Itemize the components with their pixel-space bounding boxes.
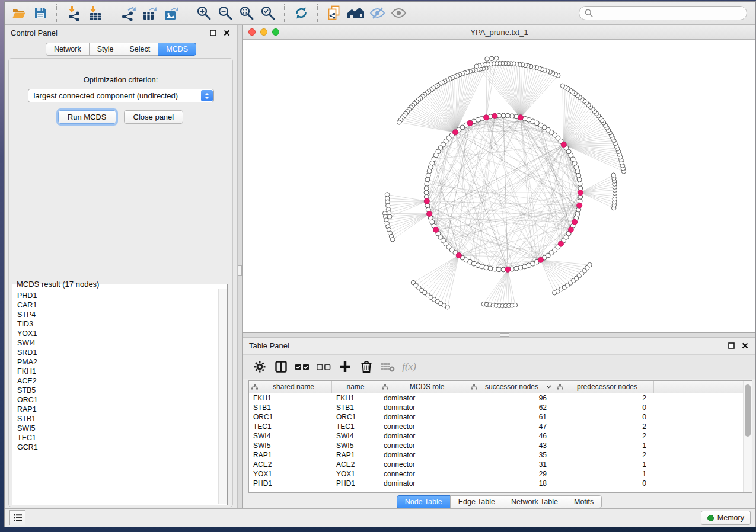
column-header-successor-nodes[interactable]: successor nodes — [468, 381, 554, 393]
search-input[interactable] — [596, 8, 741, 18]
show-columns-button[interactable] — [270, 357, 292, 376]
table-cell-successor-nodes[interactable]: 29 — [468, 470, 554, 478]
table-cell-predecessor-nodes[interactable]: 0 — [554, 413, 654, 421]
column-header-shared-name[interactable]: shared name — [249, 381, 332, 393]
hide-selected-button[interactable] — [366, 4, 388, 23]
run-mcds-button[interactable]: Run MCDS — [58, 110, 116, 124]
table-cell-shared-name[interactable]: ACE2 — [249, 460, 332, 469]
table-row[interactable]: YOX1YOX1connector291 — [249, 469, 752, 479]
table-cell-name[interactable]: TEC1 — [332, 422, 379, 431]
mcds-result-item[interactable]: SWI5 — [17, 424, 227, 433]
network-node-dominator[interactable] — [505, 267, 511, 272]
network-node[interactable] — [514, 266, 519, 271]
table-cell-name[interactable]: ACE2 — [332, 460, 379, 469]
table-cell-successor-nodes[interactable]: 46 — [468, 432, 554, 440]
mcds-result-item[interactable]: SWI4 — [17, 338, 227, 348]
mcds-list-scrollbar[interactable] — [218, 289, 227, 504]
import-table-button[interactable] — [84, 4, 106, 23]
table-cell-shared-name[interactable]: STB1 — [249, 403, 332, 412]
mcds-result-item[interactable]: STB5 — [17, 386, 227, 395]
duplicate-network-button[interactable] — [324, 4, 345, 23]
export-image-button[interactable] — [160, 4, 181, 23]
table-row[interactable]: FKH1FKH1dominator962 — [249, 393, 752, 403]
save-session-button[interactable] — [30, 4, 51, 23]
mcds-result-item[interactable]: TID3 — [17, 319, 227, 329]
export-network-button[interactable] — [117, 4, 139, 23]
optimization-criterion-dropdown[interactable]: largest connected component (undirected) — [28, 89, 214, 102]
table-cell-successor-nodes[interactable]: 18 — [468, 479, 554, 488]
table-cell-mcds-role[interactable]: dominator — [379, 451, 468, 459]
table-cell-predecessor-nodes[interactable]: 0 — [554, 403, 654, 412]
float-panel-button[interactable] — [208, 28, 218, 37]
network-node[interactable] — [425, 181, 429, 186]
open-file-button[interactable] — [8, 4, 30, 23]
network-graph[interactable] — [243, 40, 755, 332]
network-node-dominator[interactable] — [518, 115, 523, 120]
network-node[interactable] — [510, 114, 515, 118]
network-node[interactable] — [497, 267, 502, 272]
show-all-button[interactable] — [388, 4, 409, 23]
mcds-result-item[interactable]: STB1 — [17, 414, 227, 424]
network-node-dominator[interactable] — [433, 227, 439, 232]
tab-select[interactable]: Select — [122, 43, 159, 56]
network-node[interactable] — [577, 177, 582, 182]
select-all-button[interactable] — [292, 357, 313, 376]
network-node-dominator[interactable] — [452, 130, 458, 135]
network-node-dominator[interactable] — [568, 227, 573, 232]
table-cell-successor-nodes[interactable]: 35 — [468, 451, 554, 459]
table-cell-shared-name[interactable]: PHD1 — [249, 479, 332, 488]
table-cell-shared-name[interactable]: RAP1 — [249, 451, 332, 459]
table-cell-shared-name[interactable]: FKH1 — [249, 394, 332, 402]
zoom-out-button[interactable] — [215, 4, 236, 23]
network-node[interactable] — [424, 186, 429, 191]
import-network-button[interactable] — [63, 4, 84, 23]
network-node-dominator[interactable] — [577, 203, 582, 208]
table-cell-predecessor-nodes[interactable]: 2 — [554, 394, 654, 402]
table-cell-successor-nodes[interactable]: 43 — [468, 441, 554, 450]
table-row[interactable]: STB1STB1dominator620 — [249, 403, 752, 412]
table-cell-predecessor-nodes[interactable]: 1 — [554, 470, 654, 478]
table-cell-mcds-role[interactable]: dominator — [379, 403, 468, 412]
network-node[interactable] — [424, 190, 429, 195]
network-node-dominator[interactable] — [467, 120, 473, 126]
horizontal-splitter[interactable] — [243, 332, 755, 338]
add-column-button[interactable] — [334, 357, 356, 376]
table-row[interactable]: ORC1ORC1dominator610 — [249, 412, 752, 422]
network-node-dominator[interactable] — [424, 198, 429, 204]
table-row[interactable]: TEC1TEC1connector472 — [249, 422, 752, 431]
tab-network[interactable]: Network — [46, 43, 90, 56]
delete-columns-button[interactable] — [356, 357, 377, 376]
network-node-dominator[interactable] — [578, 190, 583, 195]
scrollbar-thumb[interactable] — [745, 384, 751, 437]
network-node[interactable] — [490, 56, 494, 60]
table-cell-name[interactable]: PHD1 — [332, 479, 379, 488]
network-node[interactable] — [485, 57, 489, 61]
table-cell-mcds-role[interactable]: dominator — [379, 479, 468, 488]
network-node-dominator[interactable] — [558, 241, 563, 246]
mcds-result-item[interactable]: RAP1 — [17, 405, 227, 414]
zoom-in-button[interactable] — [193, 4, 215, 23]
table-cell-predecessor-nodes[interactable]: 1 — [554, 441, 654, 450]
network-node[interactable] — [501, 113, 506, 118]
tab-edge-table[interactable]: Edge Table — [450, 495, 503, 508]
network-node[interactable] — [445, 305, 449, 309]
table-cell-mcds-role[interactable]: dominator — [379, 394, 468, 402]
table-cell-name[interactable]: YOX1 — [332, 470, 379, 478]
network-node[interactable] — [611, 173, 615, 177]
table-cell-shared-name[interactable]: TEC1 — [249, 422, 332, 431]
float-panel-button[interactable] — [726, 341, 736, 350]
network-node[interactable] — [578, 181, 582, 186]
table-cell-successor-nodes[interactable]: 96 — [468, 394, 554, 402]
column-header-mcds-role[interactable]: MCDS role — [379, 381, 468, 393]
table-cell-mcds-role[interactable]: connector — [379, 470, 468, 478]
table-cell-mcds-role[interactable]: dominator — [379, 413, 468, 421]
network-node[interactable] — [425, 177, 430, 182]
table-cell-successor-nodes[interactable]: 62 — [468, 403, 554, 412]
close-panel-button[interactable] — [740, 341, 749, 350]
table-cell-mcds-role[interactable]: dominator — [379, 432, 468, 440]
network-node-dominator[interactable] — [456, 252, 461, 258]
table-options-button[interactable] — [249, 357, 270, 376]
table-cell-mcds-role[interactable]: connector — [379, 441, 468, 450]
network-node-dominator[interactable] — [483, 115, 489, 120]
close-panel-button[interactable] — [222, 28, 231, 37]
